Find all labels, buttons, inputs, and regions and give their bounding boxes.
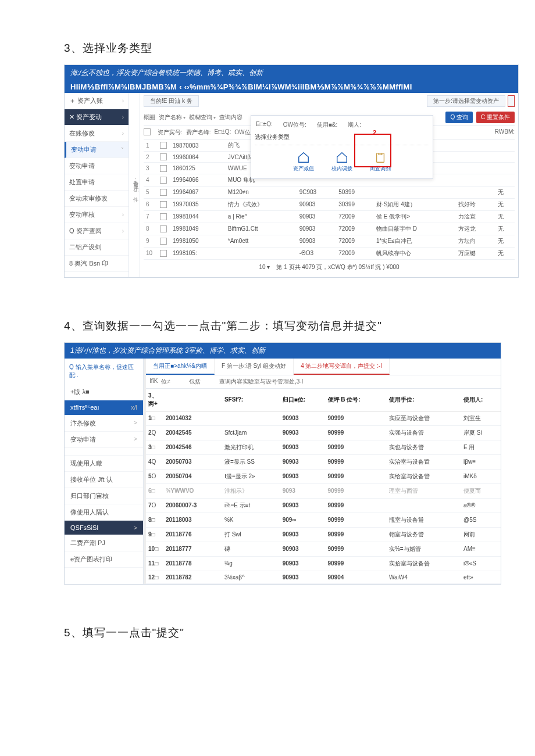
table-row[interactable]: 2Q20042545SfctJjam9090390999实强与设备管岸夏 Si <box>146 425 501 440</box>
dialog-col-person: 期人: <box>348 121 361 129</box>
table-row[interactable]: 9□20118776打 Swl9090390999翎室与设务管网前 <box>146 527 501 542</box>
table-row[interactable]: 719981044a | Rie^9090372009侯 E 俄学刊>力淦宣无 <box>144 210 515 223</box>
sidebar-item-label: 变动申请 <box>69 162 95 170</box>
sidebar-item-label: 在账修改 <box>69 129 95 138</box>
red-annotation-number: 2 <box>373 129 376 136</box>
hdr-querycontent: 查询内容实験至与设号管理处,3-I <box>219 378 303 386</box>
step-tab[interactable]: 当用正■>ahk¼&内晒 <box>146 359 215 375</box>
current-task-tab[interactable]: 当的!E 田汕 k 务 <box>144 95 199 107</box>
sidebar-item[interactable]: 现使用人瞰 <box>65 456 143 472</box>
hdr-ifik: IfiK <box>149 378 158 386</box>
table-row[interactable]: 101998105:-ΘO372009帆风续存中心万应键无 <box>144 247 515 259</box>
row-checkbox[interactable] <box>160 225 167 232</box>
step-tab[interactable]: 4 第二步地写变谭自，声提交 :-I <box>294 359 390 375</box>
filter-content-label: 查询内容 <box>219 112 242 123</box>
vertical-hint: 香击，开 Mf i 件 <box>129 93 140 277</box>
step-one-tab[interactable]: 第一步:请选择需变动资产 <box>427 95 505 107</box>
table-row[interactable]: 5O20050704Ⅰ漫=显示 2»9090390999实给室与设备管iMKδ <box>146 469 501 483</box>
sidebar-item[interactable]: 像使用人隔认 <box>65 504 143 521</box>
sidebar-item[interactable]: 变动申请˅ <box>65 142 129 158</box>
on-campus-transfer-icon[interactable]: 校内调拨 <box>331 151 352 173</box>
table-row[interactable]: 919981050*Am0ett90903720091*实E≤白冲已方坛向无 <box>144 235 515 247</box>
row-checkbox[interactable] <box>160 250 167 257</box>
filter-fuzzy-label[interactable]: 模糊查询▾ <box>189 112 216 123</box>
table-row[interactable]: 819981049BiftmG1.Ctt9090372009物曲目蔽字中 D方运… <box>144 223 515 235</box>
sidebar-item[interactable]: 在账修改› <box>65 126 129 142</box>
system2-sidebar: Q 输入某单名称，促速匹配:. +版 λ■xtfIтsᴮᶜeaıx/l汴条修改>… <box>65 359 144 584</box>
table-row[interactable]: 3□20042546激光打印机9090390999实也与设务管E 用 <box>146 440 501 454</box>
chevron-icon: › <box>122 114 124 120</box>
system1-panel: 海;/幺不独也，浮次资产综合餐映统一荣德、博考、或实、创新 HIiM⅓Bffl⅞… <box>64 65 519 278</box>
table-row[interactable]: 519964067M120≠n9C90350399无 <box>144 186 515 198</box>
sidebar-search-hint[interactable]: Q 输入某单名称，促速匹配:. <box>65 359 143 384</box>
sidebar-item-label: 变动未审修改 <box>69 194 108 203</box>
step-two-tab-placeholder[interactable] <box>508 95 515 107</box>
hdr-wei: 位≠ <box>161 378 170 386</box>
sidebar-item[interactable]: 变动审核› <box>65 207 129 223</box>
th-sn <box>163 389 222 411</box>
sidebar-item[interactable]: 汴条修改> <box>65 415 143 432</box>
table-row[interactable]: 619970035情力《式效》9090330399财·S如用 4建）找好玲无 <box>144 198 515 210</box>
pagination-text: 第 1 页共 4079 页，xCWQ 恭*) 0S¼tf 沉 ) ¥000 <box>276 264 399 270</box>
per-page-select[interactable]: 10 <box>259 264 265 270</box>
chevron-icon: › <box>122 130 124 137</box>
sidebar-item[interactable]: e资产图表打印 <box>65 551 143 568</box>
row-checkbox[interactable] <box>160 238 167 245</box>
sidebar-item[interactable]: +版 λ■ <box>65 384 143 400</box>
sidebar-item[interactable]: 变动未审修改 <box>65 191 129 207</box>
chevron-icon: > <box>134 419 137 428</box>
table-row[interactable]: 12□201187823⅛xaβ^9090390904WaiW4ett» <box>146 571 501 583</box>
table-row[interactable]: 1□200140329090390999实应至与设金管刘宝生 <box>146 411 501 425</box>
row-checkbox[interactable] <box>160 201 167 208</box>
sidebar-item[interactable]: Q 资产查阅› <box>65 223 129 239</box>
col-storage: E□±Q: <box>215 128 231 137</box>
step-tab[interactable]: F 第一步:语 Syl 组变动好 <box>215 359 294 375</box>
system1-sidebar: ＋ 资产入账›✕ 资产变动›在账修改›变动申请˅变动申请处置申请变动未审修改变动… <box>65 93 129 277</box>
th-guikou: 归口■位: <box>280 389 326 411</box>
chevron-icon: > <box>134 435 137 444</box>
sidebar-item[interactable]: ✕ 资产变动› <box>65 109 129 126</box>
table-row[interactable]: 10□20118777磚9090390999实%=与婚管ΛM≡ <box>146 542 501 556</box>
table-row[interactable]: 4Q20050703液=显示 SS9090390999实治室与设备置iβw≡ <box>146 454 501 469</box>
chevron-icon: › <box>122 212 124 218</box>
th-index: 3、两+ <box>146 389 163 411</box>
sidebar-item-label: 二铝产设剑 <box>69 243 101 252</box>
sidebar-item[interactable]: 归口部门宙核 <box>65 488 143 504</box>
select-all-checkbox[interactable] <box>144 128 151 135</box>
sidebar-item[interactable]: 8 奥汽 Bsn 卬 <box>65 256 129 272</box>
sidebar-item[interactable]: xtfIтsᴮᶜeaıx/l <box>65 400 143 415</box>
sidebar-item[interactable]: 接收单位 Jft 认 <box>65 472 143 488</box>
table-row[interactable]: 7O20060007-3i⅞=E 示≡t9090390999a®® <box>146 498 501 513</box>
row-checkbox[interactable] <box>160 189 167 196</box>
row-checkbox[interactable] <box>160 177 167 184</box>
filter-scope-label: 概圈 <box>144 112 155 123</box>
sidebar-item[interactable]: 二铝产设剑 <box>65 239 129 256</box>
row-checkbox[interactable] <box>160 142 167 149</box>
th-name: SFSf?: <box>222 389 280 411</box>
sidebar-item[interactable]: 二费产潮 PJ <box>65 535 143 551</box>
query-button[interactable]: Q 查询 <box>445 112 473 123</box>
sidebar-item[interactable] <box>65 448 143 456</box>
system1-title-bar: 海;/幺不独也，浮次资产综合餐映统一荣德、博考、或实、创新 <box>65 65 518 81</box>
row-checkbox[interactable] <box>160 213 167 220</box>
table-row[interactable]: 6□¾YWWVO淮相示》909390999理室与西管便夏而 <box>146 483 501 498</box>
sidebar-item[interactable]: 处置申请 <box>65 174 129 191</box>
col-asset-name: 费产名峰: <box>186 128 211 137</box>
sidebar-item-label: ✕ 资产变动 <box>69 113 102 121</box>
chevron-icon: › <box>122 98 124 104</box>
sidebar-item[interactable]: ＋ 资产入账› <box>65 93 129 109</box>
sidebar-item[interactable]: 变动申请> <box>65 432 143 448</box>
reset-button[interactable]: C 重置条件 <box>476 112 515 123</box>
sidebar-item[interactable]: QSFsSiSI> <box>65 521 143 535</box>
sidebar-item[interactable]: 变动申请 <box>65 158 129 174</box>
filter-name-label[interactable]: 资产名称▾ <box>159 112 186 123</box>
sidebar-item-label: Q 资产查阅 <box>69 227 102 235</box>
table-row[interactable]: 11□20118778¾g9090390999实拾室与设备晉i®«S <box>146 556 501 571</box>
row-checkbox[interactable] <box>160 153 167 160</box>
system1-subtitle-bar: HIiM⅓Bffl⅞M⅝lBMJBMB⅞M ‹ ‹›%mm⅝¾P⅝¾⅞BlM¼l… <box>65 81 518 93</box>
asset-decrease-icon[interactable]: 资产减值 <box>293 151 314 173</box>
sidebar-item-label: 8 奥汽 Bsn 卬 <box>69 259 108 268</box>
row-checkbox[interactable] <box>160 165 167 172</box>
table-row[interactable]: 8□20118003%K909∞90999瓶室与设备聳@5S <box>146 513 501 527</box>
dialog-title: 选择业务类型 <box>255 133 429 141</box>
